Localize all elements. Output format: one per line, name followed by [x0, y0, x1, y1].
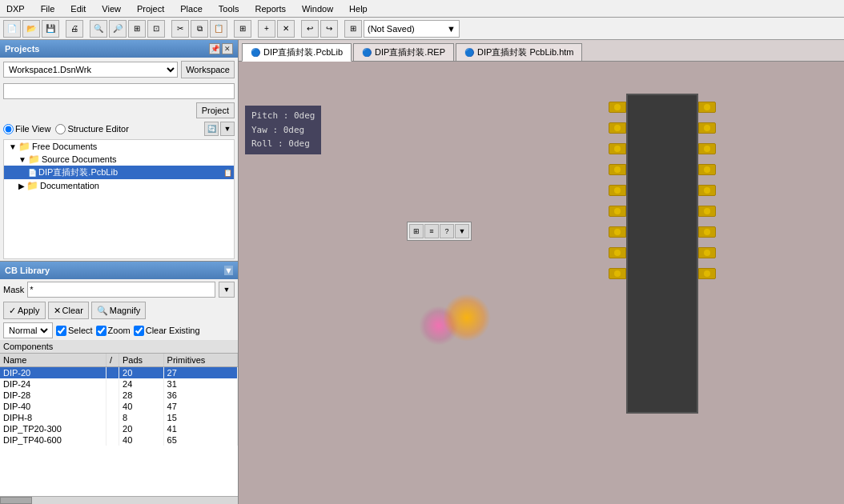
left-pin-2 — [609, 143, 626, 154]
table-row[interactable]: DIP_TP40-6004065 — [0, 434, 238, 446]
projects-header: Projects 📌 ✕ — [0, 40, 238, 58]
menu-edit[interactable]: Edit — [67, 2, 89, 15]
normal-dropdown[interactable]: Normal — [3, 322, 53, 338]
tree-item-source-docs[interactable]: ▼ 📁 Source Documents — [4, 153, 234, 166]
ft-list-btn[interactable]: ≡ — [424, 224, 439, 238]
right-pin-5 — [698, 206, 716, 217]
ft-grid-btn[interactable]: ⊞ — [409, 224, 424, 238]
table-row[interactable]: DIP_TP20-3002041 — [0, 423, 238, 434]
components-panel: Components Name / Pads Primitives — [0, 340, 238, 504]
tree-item-documentation[interactable]: ▶ 📁 Documentation — [4, 179, 234, 192]
refresh-icon-btn[interactable]: 🔄 — [204, 122, 219, 136]
table-row[interactable]: DIP-282836 — [0, 390, 238, 401]
undo-btn[interactable]: ↩ — [301, 20, 319, 38]
menu-window[interactable]: Window — [299, 2, 336, 15]
search-input[interactable] — [3, 83, 235, 99]
left-panel: Projects 📌 ✕ Workspace1.DsnWrk Workspace… — [0, 40, 239, 504]
select-checkbox[interactable] — [56, 326, 66, 336]
zoom-fit-btn[interactable]: ⊞ — [128, 20, 146, 38]
new-btn[interactable]: 📄 — [3, 20, 21, 38]
plus-btn[interactable]: + — [258, 20, 275, 38]
components-table-container[interactable]: Name / Pads Primitives DIP-202027DIP-242… — [0, 354, 238, 496]
cut-btn[interactable]: ✂ — [171, 20, 189, 38]
zoom-sel-btn[interactable]: ⊡ — [147, 20, 165, 38]
menu-reports[interactable]: Reports — [251, 2, 289, 15]
workspace-dropdown[interactable]: Workspace1.DsnWrk — [3, 62, 178, 78]
cb-title: CB Library — [5, 266, 50, 275]
tab-htm[interactable]: 🔵 DIP直插封装 PcbLib.htm — [456, 43, 582, 61]
main-toolbar: 📄 📂 💾 🖨 🔍 🔎 ⊞ ⊡ ✂ ⧉ 📋 ⊞ + ✕ ↩ ↪ ⊞ (Not S… — [0, 18, 844, 40]
open-btn[interactable]: 📂 — [22, 20, 40, 38]
grid-btn[interactable]: ⊞ — [234, 20, 251, 38]
select-checkbox-label[interactable]: Select — [56, 326, 93, 336]
col-name[interactable]: Name — [0, 354, 107, 367]
apply-button[interactable]: ✓ Apply — [3, 302, 46, 319]
save-btn[interactable]: 💾 — [42, 20, 59, 38]
h-scroll-thumb[interactable] — [0, 497, 32, 504]
menu-view[interactable]: View — [98, 2, 124, 15]
rep-icon: 🔵 — [362, 48, 372, 57]
table-row[interactable]: DIP-404047 — [0, 401, 238, 412]
right-pins — [698, 94, 716, 414]
table-row[interactable]: DIP-202027 — [0, 367, 238, 379]
tab-pcblib[interactable]: 🔵 DIP直插封装.PcbLib — [242, 43, 352, 62]
roll-info: Roll : 0deg — [251, 137, 315, 151]
zoom-checkbox[interactable] — [96, 326, 107, 336]
clear-existing-checkbox-label[interactable]: Clear Existing — [134, 326, 200, 336]
clear-button[interactable]: ✕ Clear — [48, 302, 89, 319]
copy-btn[interactable]: ⧉ — [191, 20, 208, 38]
col-pads[interactable]: Pads — [119, 354, 164, 367]
file-view-radio[interactable]: File View — [3, 124, 50, 134]
menu-tools[interactable]: Tools — [215, 2, 243, 15]
magnify-button[interactable]: 🔍 Magnify — [91, 302, 147, 319]
file-tree: ▼ 📁 Free Documents ▼ 📁 Source Documents … — [3, 139, 235, 259]
pcb-view[interactable]: Pitch : 0deg Yaw : 0deg Roll : 0deg — [239, 62, 844, 504]
menu-project[interactable]: Project — [134, 2, 167, 15]
print-btn[interactable]: 🖨 — [66, 20, 83, 38]
col-sort[interactable]: / — [107, 354, 119, 367]
chip-container — [609, 94, 716, 414]
zoom-out-btn[interactable]: 🔎 — [109, 20, 127, 38]
yaw-info: Yaw : 0deg — [251, 123, 315, 138]
pcblib-icon: 🔵 — [251, 48, 260, 57]
table-row[interactable]: DIP-242431 — [0, 378, 238, 390]
redo-btn[interactable]: ↪ — [320, 20, 338, 38]
projects-close-btn[interactable]: ✕ — [222, 43, 233, 54]
tree-item-pcblib[interactable]: 📄 DIP直插封装.PcbLib 📋 — [4, 166, 234, 179]
ft-expand-btn[interactable]: ▼ — [455, 224, 469, 238]
tree-item-free-docs[interactable]: ▼ 📁 Free Documents — [4, 140, 234, 153]
paste-btn[interactable]: 📋 — [210, 20, 227, 38]
table-row[interactable]: DIPH-8815 — [0, 412, 238, 423]
grid2-btn[interactable]: ⊞ — [344, 20, 362, 38]
clear-existing-checkbox[interactable] — [134, 326, 144, 336]
right-pin-8 — [698, 268, 716, 279]
ft-help-btn[interactable]: ? — [440, 224, 454, 238]
mask-input[interactable] — [27, 282, 215, 298]
right-pin-0 — [698, 102, 716, 113]
projects-pin-btn[interactable]: 📌 — [209, 43, 220, 54]
left-pin-3 — [609, 164, 626, 175]
menu-dxp[interactable]: DXP — [3, 2, 28, 15]
horizontal-scrollbar[interactable] — [0, 496, 238, 504]
cross-btn[interactable]: ✕ — [277, 20, 295, 38]
cb-expand-btn[interactable]: ▼ — [224, 266, 233, 275]
project-button[interactable]: Project — [196, 102, 235, 118]
tabs-bar: 🔵 DIP直插封装.PcbLib 🔵 DIP直插封装.REP 🔵 DIP直插封装… — [239, 40, 844, 62]
menu-help[interactable]: Help — [346, 2, 371, 15]
not-saved-value: (Not Saved) — [368, 24, 415, 34]
menu-place[interactable]: Place — [177, 2, 206, 15]
mask-dropdown[interactable]: ▼ — [219, 282, 235, 298]
projects-controls: 📌 ✕ — [209, 43, 233, 54]
not-saved-dropdown[interactable]: (Not Saved) ▼ — [364, 20, 460, 38]
tab-rep[interactable]: 🔵 DIP直插封装.REP — [353, 43, 454, 61]
zoom-in-btn[interactable]: 🔍 — [90, 20, 107, 38]
structure-editor-radio[interactable]: Structure Editor — [55, 124, 128, 134]
config-icon-btn[interactable]: ▼ — [220, 122, 235, 136]
workspace-button[interactable]: Workspace — [181, 61, 235, 78]
chip-body — [626, 94, 698, 414]
zoom-checkbox-label[interactable]: Zoom — [96, 326, 131, 336]
left-pins — [609, 94, 626, 414]
menu-file[interactable]: File — [38, 2, 58, 15]
normal-select[interactable]: Normal — [6, 325, 50, 336]
col-primitives[interactable]: Primitives — [163, 354, 237, 367]
